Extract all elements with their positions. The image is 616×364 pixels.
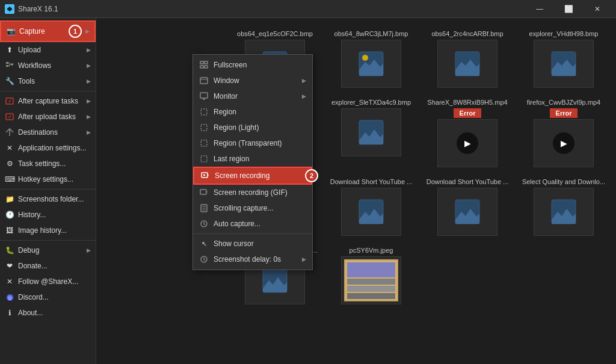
after-capture-arrow: ▶	[87, 98, 91, 104]
menu-item-screen-recording[interactable]: Screen recording 2	[193, 167, 312, 185]
sidebar-item-workflows[interactable]: Workflows ▶	[0, 58, 96, 73]
region-label: Region	[214, 108, 306, 116]
about-icon: ℹ	[5, 308, 14, 318]
monitor-icon	[199, 91, 209, 101]
minimize-button[interactable]: —	[526, 0, 553, 18]
video-play-icon: ▶	[553, 132, 574, 154]
screen-recording-icon	[200, 171, 210, 180]
screenshot-delay-label: Screenshot delay: 0s	[214, 255, 297, 264]
close-button[interactable]: ✕	[584, 0, 611, 18]
list-item[interactable]: explorer_VHdtH98.bmp	[516, 25, 611, 93]
sidebar-item-capture-label: Capture	[19, 27, 65, 35]
menu-item-last-region[interactable]: Last region	[193, 151, 312, 167]
monitor-label: Monitor	[214, 92, 297, 100]
capture-icon: 📷	[6, 26, 16, 36]
svg-point-47	[362, 55, 368, 61]
sidebar-item-follow-label: Follow @ShareX...	[18, 277, 91, 286]
scrolling-capture-icon	[199, 203, 209, 213]
file-name: obs64_eq1e5cOF2C.bmp	[237, 30, 313, 37]
sidebar-item-app-settings[interactable]: ✕ Application settings...	[0, 140, 96, 156]
sidebar-item-follow[interactable]: ✕ Follow @ShareX...	[0, 274, 96, 289]
list-item[interactable]: Select Quality and Downlo...	[516, 173, 611, 241]
menu-item-window[interactable]: Window ▶	[193, 73, 312, 88]
screenshot-delay-arrow: ▶	[302, 256, 306, 262]
title-bar-title: ShareX 16.1	[18, 5, 58, 13]
menu-item-monitor[interactable]: Monitor ▶	[193, 88, 312, 104]
sidebar-item-capture[interactable]: 📷 Capture 1 ▶	[0, 20, 96, 42]
menu-item-region[interactable]: Region	[193, 104, 312, 120]
sidebar-item-hotkey-settings[interactable]: ⌨ Hotkey settings...	[0, 171, 96, 187]
tools-icon: 🔧	[5, 76, 14, 86]
screen-recording-gif-icon	[199, 188, 209, 197]
list-item[interactable]: Download Short YouTube ...	[420, 173, 515, 241]
sidebar-item-discord[interactable]: D Discord...	[0, 289, 96, 305]
sidebar-item-about[interactable]: ℹ About...	[0, 305, 96, 321]
monitor-arrow: ▶	[302, 93, 306, 99]
menu-item-fullscreen[interactable]: Fullscreen	[193, 57, 312, 73]
maximize-button[interactable]: ⬜	[555, 0, 582, 18]
svg-rect-32	[200, 190, 206, 194]
sidebar-item-tools[interactable]: 🔧 Tools ▶	[0, 73, 96, 89]
file-thumbnail	[341, 256, 401, 304]
upload-arrow: ▶	[87, 47, 91, 53]
list-item[interactable]: firefox_CwvBJZvI9p.mp4 Error ▶	[516, 94, 611, 172]
svg-rect-60	[347, 279, 395, 285]
sidebar-item-image-history[interactable]: 🖼 Image history...	[0, 223, 96, 238]
svg-marker-30	[208, 174, 209, 176]
menu-item-auto-capture[interactable]: Auto capture...	[193, 216, 312, 232]
follow-icon: ✕	[5, 277, 14, 286]
sidebar-divider-1	[0, 91, 96, 91]
list-item[interactable]: pcSY6Vm.jpeg	[324, 242, 419, 309]
file-name: Download Short YouTube ...	[427, 178, 509, 185]
menu-item-show-cursor[interactable]: ↖ Show cursor	[193, 236, 312, 251]
show-cursor-icon: ↖	[199, 239, 209, 248]
svg-text:✓: ✓	[8, 99, 12, 104]
menu-item-region-light[interactable]: Region (Light)	[193, 120, 312, 135]
dropdown-container: Fullscreen Window ▶	[192, 54, 313, 270]
file-thumbnail	[437, 40, 497, 88]
sidebar-item-history-label: History...	[18, 211, 91, 219]
file-name: explorer_VHdtH98.bmp	[529, 30, 599, 37]
list-item[interactable]: ShareX_8W8RxiB9H5.mp4 Error ▶	[420, 94, 515, 172]
svg-rect-19	[205, 66, 208, 68]
sidebar-item-workflows-label: Workflows	[18, 61, 83, 70]
sidebar-item-destinations[interactable]: Destinations ▶	[0, 125, 96, 140]
sidebar-item-after-capture[interactable]: ✓ After capture tasks ▶	[0, 93, 96, 109]
sidebar-item-upload[interactable]: ⬆ Upload ▶	[0, 42, 96, 58]
sidebar-item-task-settings-label: Task settings...	[18, 159, 91, 168]
svg-text:✓: ✓	[8, 114, 12, 120]
list-item[interactable]: obs64_8wRC3jLM7j.bmp	[324, 25, 419, 93]
sidebar-item-after-upload[interactable]: ✓ After upload tasks ▶	[0, 109, 96, 125]
title-bar: ShareX 16.1 — ⬜ ✕	[0, 0, 616, 18]
file-name: Select Quality and Downlo...	[522, 178, 605, 185]
menu-item-scrolling-capture[interactable]: Scrolling capture...	[193, 200, 312, 216]
sidebar-item-task-settings[interactable]: ⚙ Task settings...	[0, 156, 96, 171]
menu-item-screenshot-delay[interactable]: Screenshot delay: 0s ▶	[193, 251, 312, 267]
sidebar: 📷 Capture 1 ▶ ⬆ Upload ▶ W	[0, 18, 96, 364]
scrolling-capture-label: Scrolling capture...	[214, 204, 306, 212]
sidebar-item-image-history-label: Image history...	[18, 226, 91, 235]
sidebar-item-discord-label: Discord...	[18, 293, 91, 301]
file-name: obs64_2rc4ncARBf.bmp	[431, 30, 503, 37]
last-region-label: Last region	[214, 155, 306, 163]
file-name: ShareX_8W8RxiB9H5.mp4	[427, 99, 507, 106]
last-region-icon	[199, 154, 209, 164]
history-icon: 🕐	[5, 210, 14, 220]
list-item[interactable]: Download Short YouTube ...	[324, 173, 419, 241]
menu-item-screen-recording-gif[interactable]: Screen recording (GIF)	[193, 185, 312, 200]
sidebar-item-screenshots[interactable]: 📁 Screenshots folder...	[0, 191, 96, 207]
sidebar-item-donate[interactable]: ❤ Donate...	[0, 258, 96, 274]
file-thumbnail	[437, 188, 497, 236]
sidebar-item-history[interactable]: 🕐 History...	[0, 207, 96, 223]
file-thumbnail	[341, 188, 401, 236]
discord-icon: D	[5, 292, 14, 302]
main-layout: 📷 Capture 1 ▶ ⬆ Upload ▶ W	[0, 18, 616, 364]
list-item[interactable]: explorer_SleTXDa4c9.bmp	[324, 94, 419, 172]
svg-rect-20	[200, 78, 208, 84]
region-transparent-label: Region (Transparent)	[214, 139, 306, 147]
file-name: firefox_CwvBJZvI9p.mp4	[527, 99, 600, 106]
sidebar-item-debug[interactable]: 🐛 Debug ▶	[0, 242, 96, 258]
file-thumbnail: ▶	[437, 119, 497, 167]
menu-item-region-transparent[interactable]: Region (Transparent)	[193, 135, 312, 151]
list-item[interactable]: obs64_2rc4ncARBf.bmp	[420, 25, 515, 93]
